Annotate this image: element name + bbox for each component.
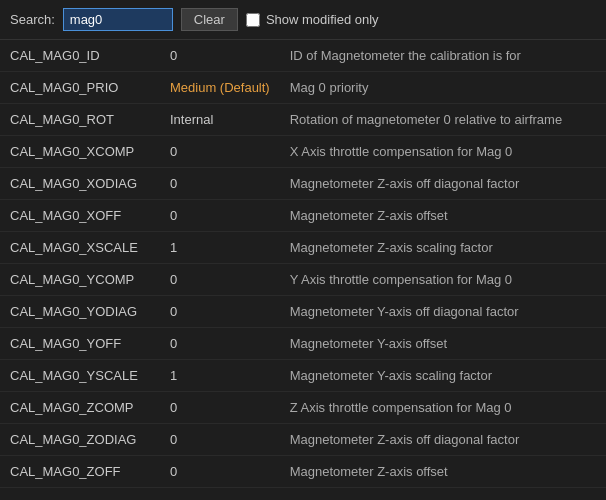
params-table: CAL_MAG0_ID0ID of Magnetometer the calib…	[0, 40, 606, 488]
param-value: 1	[160, 232, 280, 264]
param-name: CAL_MAG0_ROT	[0, 104, 160, 136]
param-name: CAL_MAG0_YCOMP	[0, 264, 160, 296]
param-name: CAL_MAG0_ID	[0, 40, 160, 72]
params-table-container: CAL_MAG0_ID0ID of Magnetometer the calib…	[0, 40, 606, 488]
param-value: 0	[160, 392, 280, 424]
table-row[interactable]: CAL_MAG0_ZSCALE1Magnetometer Z-axis scal…	[0, 488, 606, 489]
clear-button[interactable]: Clear	[181, 8, 238, 31]
table-row[interactable]: CAL_MAG0_XOFF0Magnetometer Z-axis offset	[0, 200, 606, 232]
param-description: Magnetometer Y-axis offset	[280, 328, 606, 360]
param-name: CAL_MAG0_ZSCALE	[0, 488, 160, 489]
param-description: Rotation of magnetometer 0 relative to a…	[280, 104, 606, 136]
show-modified-checkbox[interactable]	[246, 13, 260, 27]
param-description: Magnetometer Y-axis off diagonal factor	[280, 296, 606, 328]
show-modified-label: Show modified only	[266, 12, 379, 27]
param-name: CAL_MAG0_XODIAG	[0, 168, 160, 200]
param-name: CAL_MAG0_XOFF	[0, 200, 160, 232]
param-name: CAL_MAG0_ZCOMP	[0, 392, 160, 424]
table-row[interactable]: CAL_MAG0_XCOMP0X Axis throttle compensat…	[0, 136, 606, 168]
table-row[interactable]: CAL_MAG0_XSCALE1Magnetometer Z-axis scal…	[0, 232, 606, 264]
table-row[interactable]: CAL_MAG0_ROTInternalRotation of magnetom…	[0, 104, 606, 136]
param-value: 1	[160, 360, 280, 392]
table-row[interactable]: CAL_MAG0_YCOMP0Y Axis throttle compensat…	[0, 264, 606, 296]
param-description: Magnetometer Y-axis scaling factor	[280, 360, 606, 392]
show-modified-container: Show modified only	[246, 12, 379, 27]
table-row[interactable]: CAL_MAG0_ZCOMP0Z Axis throttle compensat…	[0, 392, 606, 424]
param-description: ID of Magnetometer the calibration is fo…	[280, 40, 606, 72]
table-row[interactable]: CAL_MAG0_ID0ID of Magnetometer the calib…	[0, 40, 606, 72]
param-value: 0	[160, 456, 280, 488]
param-name: CAL_MAG0_ZOFF	[0, 456, 160, 488]
param-value: 0	[160, 424, 280, 456]
table-row[interactable]: CAL_MAG0_PRIOMedium (Default)Mag 0 prior…	[0, 72, 606, 104]
param-description: Magnetometer Z-axis off diagonal factor	[280, 424, 606, 456]
param-name: CAL_MAG0_PRIO	[0, 72, 160, 104]
search-label: Search:	[10, 12, 55, 27]
param-value: 0	[160, 40, 280, 72]
param-value: 0	[160, 296, 280, 328]
param-name: CAL_MAG0_YOFF	[0, 328, 160, 360]
param-value: 0	[160, 168, 280, 200]
param-name: CAL_MAG0_ZODIAG	[0, 424, 160, 456]
param-description: Magnetometer Z-axis offset	[280, 200, 606, 232]
table-row[interactable]: CAL_MAG0_YOFF0Magnetometer Y-axis offset	[0, 328, 606, 360]
search-header: Search: Clear Show modified only	[0, 0, 606, 40]
param-value: 0	[160, 328, 280, 360]
param-description: Magnetometer Z-axis scaling factor	[280, 232, 606, 264]
table-row[interactable]: CAL_MAG0_YODIAG0Magnetometer Y-axis off …	[0, 296, 606, 328]
param-value: Medium (Default)	[160, 72, 280, 104]
param-name: CAL_MAG0_YSCALE	[0, 360, 160, 392]
table-row[interactable]: CAL_MAG0_YSCALE1Magnetometer Y-axis scal…	[0, 360, 606, 392]
param-description: Y Axis throttle compensation for Mag 0	[280, 264, 606, 296]
param-name: CAL_MAG0_YODIAG	[0, 296, 160, 328]
param-value: 0	[160, 200, 280, 232]
param-value: 1	[160, 488, 280, 489]
param-description: Z Axis throttle compensation for Mag 0	[280, 392, 606, 424]
table-row[interactable]: CAL_MAG0_ZODIAG0Magnetometer Z-axis off …	[0, 424, 606, 456]
param-value: 0	[160, 264, 280, 296]
param-description: Magnetometer Z-axis scaling factor	[280, 488, 606, 489]
param-value: 0	[160, 136, 280, 168]
param-description: Magnetometer Z-axis offset	[280, 456, 606, 488]
param-description: Mag 0 priority	[280, 72, 606, 104]
table-row[interactable]: CAL_MAG0_ZOFF0Magnetometer Z-axis offset	[0, 456, 606, 488]
param-description: X Axis throttle compensation for Mag 0	[280, 136, 606, 168]
param-name: CAL_MAG0_XSCALE	[0, 232, 160, 264]
param-name: CAL_MAG0_XCOMP	[0, 136, 160, 168]
search-input[interactable]	[63, 8, 173, 31]
table-row[interactable]: CAL_MAG0_XODIAG0Magnetometer Z-axis off …	[0, 168, 606, 200]
param-value: Internal	[160, 104, 280, 136]
param-description: Magnetometer Z-axis off diagonal factor	[280, 168, 606, 200]
